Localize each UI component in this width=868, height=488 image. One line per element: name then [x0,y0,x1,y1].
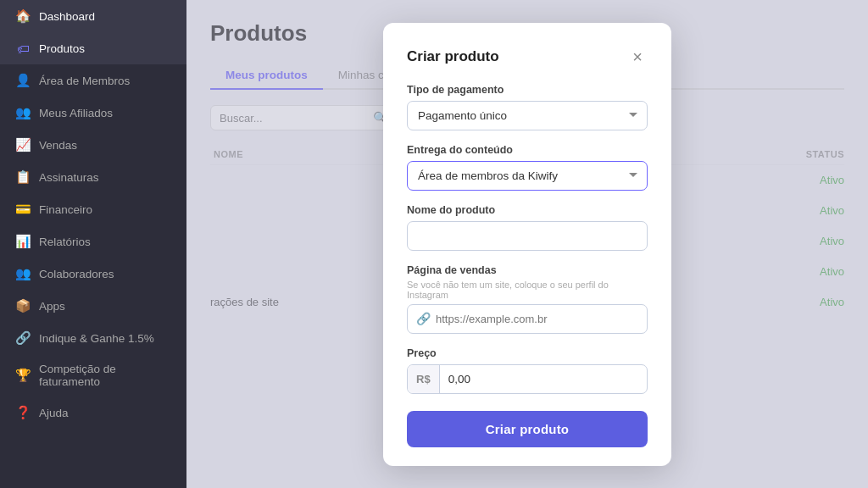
form-group-entrega-conteudo: Entrega do conteúdo Área de membros da K… [407,144,648,191]
form-group-tipo-pagamento: Tipo de pagamento Pagamento único Recorr… [407,84,648,130]
link-input-wrap: 🔗 [407,304,648,334]
help-icon: ❓ [15,405,31,420]
sidebar-item-label: Indique & Ganhe 1.5% [39,332,154,345]
sidebar-item-label: Relatórios [39,236,91,248]
people-icon: 👥 [15,266,31,281]
sidebar-item-label: Apps [39,300,65,313]
clipboard-icon: 📋 [15,169,31,185]
label-pagina-vendas: Página de vendas [407,264,648,276]
sidebar-item-area-membros[interactable]: 👤 Área de Membros [0,64,186,97]
sidebar-item-label: Produtos [39,42,85,55]
modal-close-button[interactable]: × [627,47,648,67]
price-prefix: R$ [408,365,440,393]
sidebar-item-label: Meus Afiliados [39,107,113,119]
link-icon: 🔗 [15,330,31,346]
modal-header: Criar produto × [407,47,648,67]
price-input-wrap: R$ [407,364,648,394]
sidebar-item-label: Ajuda [39,407,69,419]
sidebar-item-meus-afiliados[interactable]: 👥 Meus Afiliados [0,97,186,129]
select-tipo-pagamento[interactable]: Pagamento único Recorrente Parcelado [407,101,648,130]
sidebar-item-label: Assinaturas [39,171,99,184]
label-tipo-pagamento: Tipo de pagamento [407,84,648,96]
sidebar-item-label: Colaboradores [39,268,114,280]
sidebar-item-relatorios[interactable]: 📊 Relatórios [0,225,186,258]
modal-title: Criar produto [407,48,499,65]
label-entrega-conteudo: Entrega do conteúdo [407,144,648,156]
label-preco: Preço [407,347,648,359]
link-prefix-icon: 🔗 [416,312,431,325]
input-pagina-vendas[interactable] [436,305,638,333]
sidebar-item-colaboradores[interactable]: 👥 Colaboradores [0,258,186,290]
form-group-nome-produto: Nome do produto [407,204,648,251]
select-entrega-conteudo[interactable]: Área de membros da Kiwify Link externo [407,161,648,191]
chart-up-icon: 📈 [15,137,31,152]
sidebar-item-label: Vendas [39,139,77,152]
criar-produto-button[interactable]: Criar produto [407,411,648,447]
sidebar: 🏠 Dashboard 🏷 Produtos 👤 Área de Membros… [0,0,186,488]
form-group-pagina-vendas: Página de vendas Se você não tem um site… [407,264,648,334]
sidebar-item-label: Financeiro [39,203,92,216]
bar-chart-icon: 📊 [15,234,31,249]
sidebar-item-indique[interactable]: 🔗 Indique & Ganhe 1.5% [0,322,186,354]
trophy-icon: 🏆 [15,368,31,383]
tag-icon: 🏷 [15,41,31,56]
sidebar-item-label: Competição de faturamento [39,363,171,388]
label-nome-produto: Nome do produto [407,204,648,216]
apps-icon: 📦 [15,298,31,313]
card-icon: 💳 [15,202,31,217]
criar-produto-modal: Criar produto × Tipo de pagamento Pagame… [383,23,671,466]
input-preco[interactable] [440,365,647,393]
sidebar-item-label: Área de Membros [39,75,130,87]
form-group-preco: Preço R$ [407,347,648,394]
users-icon: 👥 [15,105,31,120]
sidebar-item-dashboard[interactable]: 🏠 Dashboard [0,0,186,32]
sidebar-item-competicao[interactable]: 🏆 Competição de faturamento [0,354,186,396]
user-circle-icon: 👤 [15,73,31,88]
sidebar-item-apps[interactable]: 📦 Apps [0,290,186,322]
sidebar-item-ajuda[interactable]: ❓ Ajuda [0,396,186,429]
sidebar-item-produtos[interactable]: 🏷 Produtos [0,32,186,64]
sidebar-item-label: Dashboard [39,10,95,23]
sidebar-item-financeiro[interactable]: 💳 Financeiro [0,193,186,225]
modal-overlay: Criar produto × Tipo de pagamento Pagame… [186,0,868,488]
sidebar-item-vendas[interactable]: 📈 Vendas [0,129,186,161]
home-icon: 🏠 [15,8,31,24]
main-content: Produtos Meus produtos Minhas co-p... 🔍 … [186,0,868,488]
sidebar-item-assinaturas[interactable]: 📋 Assinaturas [0,161,186,193]
input-nome-produto[interactable] [407,221,648,251]
hint-pagina-vendas: Se você não tem um site, coloque o seu p… [407,280,648,300]
